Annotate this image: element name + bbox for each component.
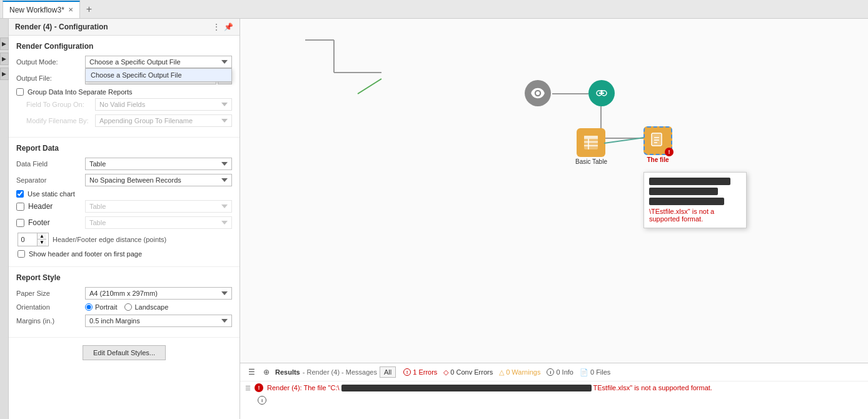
node-config-icon <box>525 80 551 106</box>
static-chart-label: Use static chart <box>28 190 75 198</box>
tab-workflow[interactable]: New Workflow3* ✕ <box>3 1 80 18</box>
section-title-report-data: Report Data <box>16 144 232 153</box>
svg-line-3 <box>358 79 381 94</box>
panel-header: Render (4) - Configuration ⋮ 📌 <box>9 19 240 36</box>
file-icon: 📄 <box>580 368 588 376</box>
node-render-icon <box>588 80 615 106</box>
stat-conv-errors-text: 0 Conv Errors <box>450 368 493 376</box>
tab-close-icon[interactable]: ✕ <box>68 6 73 13</box>
triangle-icon: △ <box>499 368 504 376</box>
tab-bar: New Workflow3* ✕ + <box>0 0 868 19</box>
node-output-label: The file <box>647 156 669 163</box>
footer-row: Footer Table <box>16 216 232 229</box>
field-group-select: No Valid Fields <box>95 98 232 111</box>
field-group-row: Field To Group On: No Valid Fields <box>26 98 232 111</box>
header-checkbox[interactable] <box>16 203 24 211</box>
results-info-row: i <box>240 394 868 406</box>
spinner-down-button[interactable]: ▼ <box>38 240 46 246</box>
canvas-content[interactable]: Basic Table <box>240 19 868 363</box>
field-group-label: Field To Group On: <box>26 101 95 108</box>
error-popup: \TEstfile.xlsx" is not a supported forma… <box>643 172 747 228</box>
node-output[interactable]: ! The file <box>643 126 672 163</box>
results-title: Results <box>275 368 300 376</box>
results-error-suffix: TEstfile.xlsx" is not a supported format… <box>593 384 712 391</box>
stat-files-text: 0 Files <box>590 368 610 376</box>
section-title-report-style: Report Style <box>16 273 232 282</box>
output-mode-dropdown[interactable]: Choose a Specific Output File <box>85 68 232 82</box>
svg-rect-13 <box>652 133 662 146</box>
stat-warnings: △ 0 Warnings <box>499 368 540 376</box>
error-badge: ! <box>665 148 674 156</box>
report-style-section: Report Style Paper Size A4 (210mm x 297m… <box>9 267 240 338</box>
side-tab-3[interactable]: ▶ <box>0 68 9 80</box>
spinner-up-button[interactable]: ▲ <box>38 233 46 240</box>
footer-checkbox[interactable] <box>16 219 24 227</box>
stat-errors: ! 1 Errors <box>403 368 437 376</box>
dropdown-item-0[interactable]: Choose a Specific Output File <box>86 69 231 81</box>
stat-warnings-text: 0 Warnings <box>506 368 540 376</box>
tab-add-button[interactable]: + <box>81 4 97 15</box>
landscape-radio[interactable] <box>124 303 132 311</box>
svg-rect-6 <box>599 93 604 94</box>
node-basic-table[interactable]: Basic Table <box>575 128 607 165</box>
modify-filename-label: Modify Filename By: <box>26 117 95 124</box>
header-label: Header <box>28 202 53 211</box>
margins-select[interactable]: 0.5 inch Margins <box>85 315 232 327</box>
panel-actions: ⋮ 📌 <box>213 23 233 31</box>
results-error-text: Render (4): The file "C:\ TEstfile.xlsx"… <box>267 384 712 392</box>
node-basic-table-label: Basic Table <box>575 158 607 165</box>
edge-distance-input[interactable] <box>18 235 37 245</box>
output-mode-select[interactable]: Choose a Specific Output File <box>85 56 232 68</box>
landscape-option: Landscape <box>124 303 168 311</box>
modify-filename-select: Appending Group To Filename <box>95 114 232 127</box>
app-container: New Workflow3* ✕ + ▶ ▶ ▶ Render (4) - Co… <box>0 0 868 419</box>
connector-svg <box>240 19 868 363</box>
side-tab-2[interactable]: ▶ <box>0 53 9 65</box>
node-config[interactable] <box>525 80 551 106</box>
error-popup-redacted3 <box>649 198 724 205</box>
portrait-radio[interactable] <box>85 303 93 311</box>
pin-icon[interactable]: 📌 <box>224 23 233 31</box>
header-select: Table <box>85 200 232 213</box>
output-mode-label: Output Mode: <box>16 58 85 66</box>
static-chart-checkbox[interactable] <box>16 190 24 198</box>
results-header: ☰ ⊕ Results - Render (4) - Messages All … <box>240 363 868 381</box>
separator-label: Separator <box>16 176 85 184</box>
svg-rect-9 <box>584 136 598 139</box>
stat-conv-errors: ◇ 0 Conv Errors <box>443 368 493 376</box>
node-render[interactable] <box>588 80 615 106</box>
paper-size-select[interactable]: A4 (210mm x 297mm) <box>85 287 232 300</box>
results-filter-icon[interactable]: ⊕ <box>260 366 273 378</box>
section-title-render: Render Configuration <box>16 42 232 51</box>
results-list-icon[interactable]: ☰ <box>245 366 258 378</box>
separator-row: Separator No Spacing Between Records <box>16 174 232 186</box>
group-data-checkbox[interactable] <box>16 88 24 96</box>
show-header-footer-checkbox[interactable] <box>18 250 25 258</box>
output-mode-control: Choose a Specific Output File Choose a S… <box>85 56 232 68</box>
results-tab-all[interactable]: All <box>380 366 396 378</box>
report-data-section: Report Data Data Field Table Separator <box>9 138 240 267</box>
paper-size-row: Paper Size A4 (210mm x 297mm) <box>16 287 232 300</box>
separator-select[interactable]: No Spacing Between Records <box>85 174 232 186</box>
error-circle-icon: ! <box>403 368 411 376</box>
side-tab-1[interactable]: ▶ <box>0 38 9 50</box>
orientation-label: Orientation <box>16 303 85 311</box>
stat-files: 📄 0 Files <box>580 368 610 376</box>
svg-rect-7 <box>600 90 603 91</box>
connector-config-render <box>552 93 588 94</box>
margins-row: Margins (in.) 0.5 inch Margins <box>16 315 232 327</box>
results-panel: ☰ ⊕ Results - Render (4) - Messages All … <box>240 363 868 419</box>
more-icon[interactable]: ⋮ <box>213 23 220 31</box>
output-mode-row: Output Mode: Choose a Specific Output Fi… <box>16 56 232 68</box>
data-field-select[interactable]: Table <box>85 158 232 170</box>
paper-size-label: Paper Size <box>16 290 85 297</box>
info-circle-icon: i <box>547 368 554 376</box>
edit-styles-button[interactable]: Edit Default Styles... <box>83 345 166 360</box>
landscape-label: Landscape <box>134 303 168 311</box>
edge-distance-spinner: ▲ ▼ <box>18 233 49 246</box>
static-chart-row: Use static chart <box>16 190 232 198</box>
stat-info: i 0 Info <box>547 368 573 376</box>
modify-filename-row: Modify Filename By: Appending Group To F… <box>26 114 232 127</box>
portrait-option: Portrait <box>85 303 117 311</box>
results-info-icon: i <box>258 396 266 405</box>
